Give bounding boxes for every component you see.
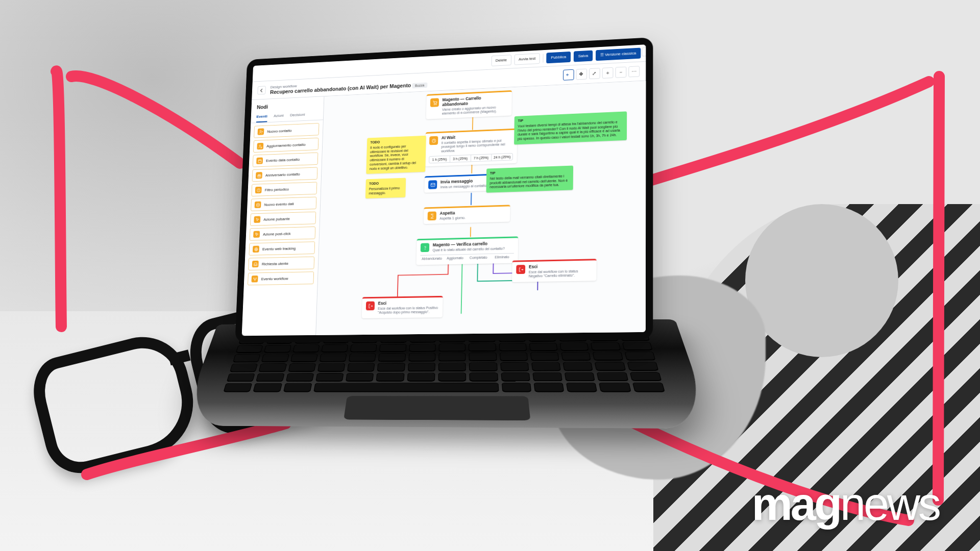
workflow-canvas[interactable]: Magento — Carrello abbandonatoViene crea… (316, 81, 646, 335)
palette-item-1[interactable]: Aggiornamento contatto (253, 138, 318, 153)
palette-item-label: Nuovo contatto (267, 128, 291, 133)
ai-icon (429, 136, 438, 145)
svg-point-6 (255, 278, 256, 278)
node-wait[interactable]: AspettaAspetta 1 giorno. (424, 205, 510, 224)
svg-point-7 (254, 280, 255, 280)
status-chip: Bozza (412, 82, 427, 88)
palette-item-6[interactable]: Azione pulsante (250, 212, 316, 226)
node-magento-trigger[interactable]: Magento — Carrello abbandonatoViene crea… (426, 90, 512, 119)
hourglass-icon (428, 211, 437, 220)
question-icon (421, 243, 430, 252)
wait-opt-3[interactable]: 7 h (25%) (471, 154, 492, 161)
delete-button[interactable]: Delete (491, 55, 511, 66)
more-tools-button[interactable]: ⋯ (628, 66, 640, 77)
wait-opt-2[interactable]: 3 h (25%) (450, 155, 471, 162)
wait-opt-4[interactable]: 24 h (25%) (492, 154, 512, 161)
node-exit-negative[interactable]: EsciEsce dal workflow con lo status Nega… (512, 259, 596, 282)
palette-item-10[interactable]: Evento workflow (248, 271, 314, 285)
cursor-click-icon (253, 231, 260, 238)
calendar-icon (256, 157, 263, 164)
flow-icon (251, 276, 258, 282)
branch-completed[interactable]: Completato (467, 254, 490, 261)
pan-tool-button[interactable]: ✥ (576, 68, 587, 80)
palette-item-label: Evento data contatto (266, 157, 300, 163)
save-button[interactable]: Salva (574, 51, 593, 62)
palette-item-9[interactable]: Richiesta utente (248, 257, 314, 270)
palette-item-0[interactable]: Nuovo contatto (254, 123, 319, 138)
run-test-button[interactable]: Avvia test (514, 53, 540, 65)
svg-point-8 (434, 104, 434, 105)
tab-eventi[interactable]: Eventi (256, 111, 267, 122)
palette-item-5[interactable]: Nuovo evento dati (251, 197, 316, 211)
palette-item-2[interactable]: Evento data contatto (253, 153, 318, 167)
palette-item-label: Evento web tracking (262, 246, 296, 251)
zoom-in-button[interactable]: ＋ (602, 67, 614, 79)
node-verify-cart[interactable]: Magento — Verifica carrelloQual è lo sta… (416, 236, 518, 265)
node-exit-positive[interactable]: EsciEsce dal workflow con lo status Posi… (362, 296, 443, 318)
sticky-todo-2[interactable]: TODOPersonalizza il primo messaggio. (365, 178, 406, 199)
palette-item-label: Anniversario contatto (265, 172, 300, 178)
exit-icon (516, 265, 525, 274)
branch-updated[interactable]: Aggiornato (444, 255, 467, 262)
tab-decisioni[interactable]: Decisioni (290, 110, 305, 121)
cart-icon (430, 98, 439, 107)
laptop: Delete Avvia test Pubblica Salva ☰ Versi… (228, 32, 763, 512)
classic-version-button[interactable]: ☰ Versione classica (596, 48, 641, 61)
canvas-toolbar: ⌖ ✥ ⤢ ＋ － ⋯ (563, 66, 640, 81)
branch-deleted[interactable]: Eliminato (490, 254, 514, 261)
svg-point-9 (435, 104, 436, 105)
back-button[interactable] (257, 86, 266, 94)
svg-point-12 (425, 248, 425, 249)
magnews-logo: magnews (752, 478, 939, 531)
database-icon (255, 202, 261, 208)
branch-abandoned[interactable]: Abbandonato (420, 255, 444, 262)
tab-azioni[interactable]: Azioni (274, 111, 284, 122)
clock-icon (255, 187, 262, 193)
pointer-icon (254, 216, 260, 223)
palette-item-label: Filtro periodico (265, 187, 289, 192)
inbox-icon (252, 261, 259, 267)
sticky-tip-2[interactable]: TIPNel testo della mail verranno citati … (486, 166, 573, 193)
collapse-sidebar-button[interactable]: ‹ (642, 47, 646, 56)
palette-item-label: Nuovo evento dati (264, 202, 294, 207)
sticky-tip-1[interactable]: TIPVuoi testare diversi tempi di attesa … (514, 111, 627, 144)
palette-item-label: Azione post-click (263, 231, 291, 236)
svg-rect-0 (258, 160, 261, 163)
globe-icon (253, 246, 259, 253)
node-palette-sidebar: ‹ Nodi Eventi Azioni Decisioni Nuovo con… (242, 96, 325, 336)
palette-item-8[interactable]: Evento web tracking (249, 241, 315, 256)
svg-point-3 (256, 203, 259, 204)
zoom-out-button[interactable]: － (615, 66, 626, 78)
gift-icon (256, 172, 262, 179)
node-ai-wait[interactable]: AI WaitIl contatto aspetta il tempo stim… (425, 129, 517, 167)
palette-item-label: Evento workflow (261, 276, 288, 281)
wait-opt-1[interactable]: 1 h (25%) (429, 156, 450, 163)
palette-item-label: Richiesta utente (262, 261, 288, 266)
publish-button[interactable]: Pubblica (546, 52, 571, 63)
palette-item-4[interactable]: Filtro periodico (251, 182, 317, 196)
palette-item-label: Aggiornamento contatto (266, 142, 306, 148)
sticky-todo-1[interactable]: TODOIl nodo è configurato per ottimizzar… (366, 136, 426, 174)
palette-item-label: Azione pulsante (263, 216, 290, 221)
app-screen: Delete Avvia test Pubblica Salva ☰ Versi… (242, 44, 646, 336)
sidebar-heading: Nodi (257, 102, 318, 110)
user-plus-icon (257, 128, 264, 135)
fit-screen-button[interactable]: ⤢ (589, 68, 600, 79)
user-refresh-icon (257, 143, 263, 149)
pointer-tool-button[interactable]: ⌖ (563, 69, 574, 81)
palette-item-3[interactable]: Anniversario contatto (252, 167, 318, 182)
palette-item-7[interactable]: Azione post-click (250, 227, 316, 241)
exit-icon (366, 302, 375, 311)
mail-icon (428, 180, 437, 189)
svg-point-5 (253, 278, 254, 278)
